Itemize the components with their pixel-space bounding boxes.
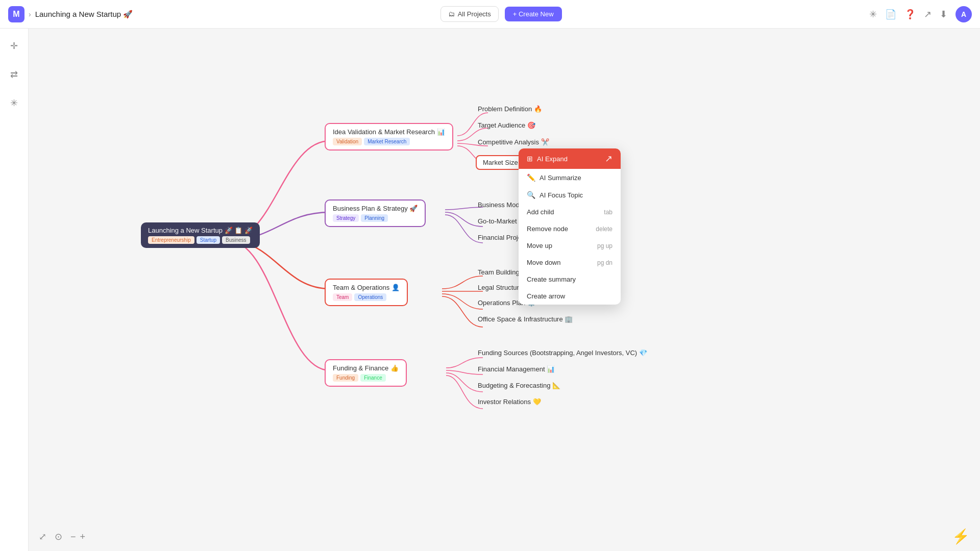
topbar-center: 🗂 All Projects + Create New: [133, 6, 869, 22]
add-child-shortcut: tab: [604, 209, 612, 216]
competitive-analysis-label: Competitive Analysis ✂️: [478, 138, 549, 146]
topbar: M › Launching a New Startup 🚀 🗂 All Proj…: [0, 0, 980, 29]
export-icon[interactable]: 📄: [885, 9, 896, 20]
ai-summarize-label: AI Summarize: [540, 174, 581, 182]
create-arrow-label: Create arrow: [527, 292, 565, 300]
add-child-label: Add child: [527, 208, 554, 216]
branch-business-plan[interactable]: Business Plan & Strategy 🚀 Strategy Plan…: [325, 199, 426, 227]
branch-idea-label: Idea Validation & Market Research 📊: [333, 128, 445, 136]
all-projects-label: All Projects: [458, 10, 491, 18]
tag-finance: Finance: [360, 374, 386, 382]
menu-item-create-arrow[interactable]: Create arrow: [519, 288, 621, 305]
office-space-label: Office Space & Infrastructure 🏢: [478, 315, 573, 323]
move-up-label: Move up: [527, 242, 552, 249]
app-logo[interactable]: M: [8, 6, 24, 22]
node-investor-relations[interactable]: Investor Relations 💛: [478, 398, 541, 406]
cursor-icon: ↗: [605, 153, 612, 164]
problem-def-label: Problem Definition 🔥: [478, 105, 542, 113]
menu-item-add-child[interactable]: Add child tab: [519, 204, 621, 220]
menu-item-ai-summarize[interactable]: ✏️ AI Summarize: [519, 169, 621, 186]
ai-summarize-icon: ✏️: [527, 173, 535, 182]
move-up-shortcut: pg up: [597, 242, 612, 249]
branch-team-tags: Team Operations: [333, 293, 400, 301]
menu-item-ai-focus[interactable]: 🔍 AI Focus Topic: [519, 186, 621, 204]
root-label: Launching a New Startup 🚀 📋 🚀: [148, 227, 253, 234]
settings-icon[interactable]: ⊙: [55, 531, 62, 542]
menu-item-move-up[interactable]: Move up pg up: [519, 237, 621, 254]
bottombar: ⤢ ⊙ − + ⚡: [29, 522, 980, 551]
root-tags: Entrepreneurship Startup Business: [148, 236, 253, 244]
lightning-icon[interactable]: ⚡: [952, 528, 970, 545]
ai-focus-label: AI Focus Topic: [540, 191, 583, 199]
remove-node-shortcut: delete: [596, 226, 612, 233]
share-icon[interactable]: ↗: [924, 9, 932, 20]
menu-item-remove-node[interactable]: Remove node delete: [519, 220, 621, 237]
download-icon[interactable]: ⬇: [940, 9, 947, 20]
tag-validation: Validation: [333, 138, 362, 145]
move-down-label: Move down: [527, 259, 560, 266]
avatar[interactable]: A: [955, 6, 972, 22]
tag-planning: Planning: [361, 214, 388, 222]
zoom-out-button[interactable]: −: [70, 532, 76, 542]
tag-team: Team: [333, 293, 352, 301]
node-office-space[interactable]: Office Space & Infrastructure 🏢: [478, 315, 573, 323]
menu-item-create-summary[interactable]: Create summary: [519, 271, 621, 288]
ai-expand-icon: ⊞: [527, 155, 533, 163]
create-new-label: + Create New: [513, 10, 554, 18]
tag-entrepreneurship: Entrepreneurship: [148, 236, 194, 244]
branch-idea-tags: Validation Market Research: [333, 138, 445, 145]
investor-relations-label: Investor Relations 💛: [478, 398, 541, 406]
branch-idea-validation[interactable]: Idea Validation & Market Research 📊 Vali…: [325, 123, 453, 151]
settings-icon[interactable]: ✳: [869, 9, 877, 20]
ai-focus-icon: 🔍: [527, 191, 535, 199]
zoom-in-button[interactable]: +: [80, 532, 86, 542]
tag-strategy: Strategy: [333, 214, 359, 222]
node-financial-mgmt[interactable]: Financial Management 📊: [478, 365, 555, 373]
node-funding-sources[interactable]: Funding Sources (Bootstrapping, Angel In…: [478, 349, 647, 357]
root-node[interactable]: Launching a New Startup 🚀 📋 🚀 Entreprene…: [141, 222, 260, 248]
sidebar-move-icon[interactable]: ✛: [5, 37, 23, 55]
folder-icon: 🗂: [448, 10, 455, 18]
remove-node-label: Remove node: [527, 225, 568, 233]
target-audience-label: Target Audience 🎯: [478, 121, 535, 129]
branch-business-label: Business Plan & Strategy 🚀: [333, 205, 418, 212]
tag-startup: Startup: [197, 236, 220, 244]
sidebar: ✛ ⇄ ✳: [0, 29, 29, 551]
branch-team-ops[interactable]: Team & Operations 👤 Team Operations: [325, 279, 408, 306]
context-menu: ⊞ AI Expand ↗ ✏️ AI Summarize 🔍 AI Focus…: [519, 148, 621, 305]
branch-team-label: Team & Operations 👤: [333, 284, 400, 291]
ai-expand-label: AI Expand: [537, 155, 568, 163]
menu-item-ai-expand[interactable]: ⊞ AI Expand ↗: [519, 148, 621, 169]
menu-item-move-down[interactable]: Move down pg dn: [519, 254, 621, 271]
budgeting-label: Budgeting & Forecasting 📐: [478, 382, 560, 389]
branch-funding[interactable]: Funding & Finance 👍 Funding Finance: [325, 359, 407, 387]
node-budgeting[interactable]: Budgeting & Forecasting 📐: [478, 382, 560, 389]
tag-market-research: Market Research: [364, 138, 410, 145]
topbar-right: ✳ 📄 ❓ ↗ ⬇ A: [869, 6, 972, 22]
sidebar-share-icon[interactable]: ⇄: [5, 65, 23, 84]
breadcrumb-chevron: ›: [29, 10, 31, 18]
all-projects-button[interactable]: 🗂 All Projects: [440, 6, 499, 22]
financial-mgmt-label: Financial Management 📊: [478, 365, 555, 373]
canvas: Launching a New Startup 🚀 📋 🚀 Entreprene…: [29, 29, 980, 551]
create-summary-label: Create summary: [527, 276, 576, 283]
node-problem-def[interactable]: Problem Definition 🔥: [478, 105, 542, 113]
branch-funding-label: Funding & Finance 👍: [333, 364, 399, 372]
expand-icon[interactable]: ⤢: [39, 531, 46, 542]
move-down-shortcut: pg dn: [597, 259, 612, 266]
zoom-controls: − +: [70, 532, 85, 542]
tag-business: Business: [222, 236, 250, 244]
tag-operations: Operations: [354, 293, 386, 301]
sidebar-ai-icon[interactable]: ✳: [5, 94, 23, 112]
tag-funding: Funding: [333, 374, 358, 382]
funding-sources-label: Funding Sources (Bootstrapping, Angel In…: [478, 349, 647, 357]
create-new-button[interactable]: + Create New: [505, 7, 562, 21]
branch-business-tags: Strategy Planning: [333, 214, 418, 222]
node-target-audience[interactable]: Target Audience 🎯: [478, 121, 535, 129]
page-title: Launching a New Startup 🚀: [35, 10, 133, 19]
branch-funding-tags: Funding Finance: [333, 374, 399, 382]
help-icon[interactable]: ❓: [904, 9, 916, 20]
node-competitive-analysis[interactable]: Competitive Analysis ✂️: [478, 138, 549, 146]
